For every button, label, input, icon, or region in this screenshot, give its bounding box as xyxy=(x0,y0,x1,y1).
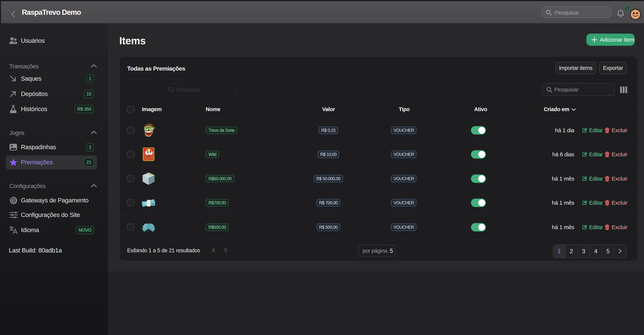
svg-text:TREVO: TREVO xyxy=(150,127,155,129)
svg-text:100: 100 xyxy=(151,202,154,205)
svg-text:WiLD: WiLD xyxy=(144,155,154,160)
svg-text:RASPA: RASPA xyxy=(144,128,150,130)
